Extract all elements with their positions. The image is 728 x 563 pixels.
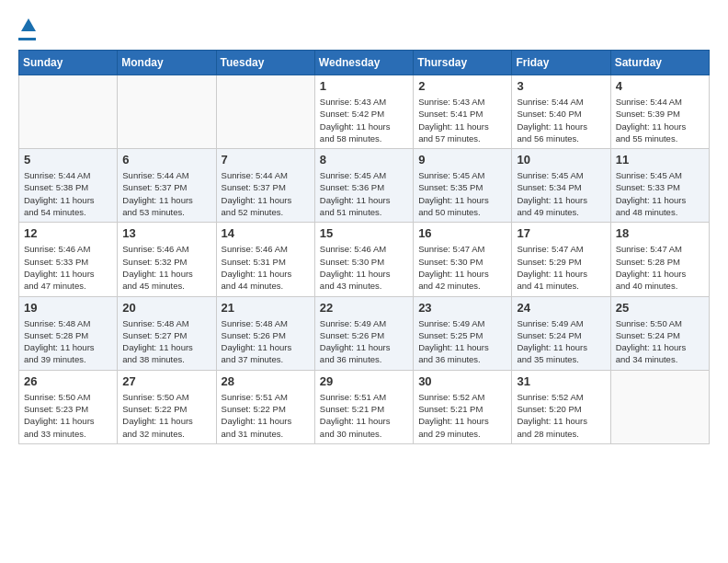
day-info: Sunrise: 5:46 AMSunset: 5:32 PMDaylight:… [122, 243, 210, 292]
day-info: Sunrise: 5:46 AMSunset: 5:30 PMDaylight:… [320, 243, 408, 292]
weekday-header-tuesday: Tuesday [216, 51, 314, 75]
calendar-table: SundayMondayTuesdayWednesdayThursdayFrid… [18, 50, 710, 444]
day-info: Sunrise: 5:45 AMSunset: 5:34 PMDaylight:… [517, 169, 605, 218]
day-number: 27 [122, 374, 210, 388]
day-info: Sunrise: 5:51 AMSunset: 5:21 PMDaylight:… [320, 391, 408, 440]
calendar-day-cell: 27Sunrise: 5:50 AMSunset: 5:22 PMDayligh… [118, 370, 216, 443]
calendar-week-row: 5Sunrise: 5:44 AMSunset: 5:38 PMDaylight… [19, 149, 710, 223]
calendar-header-row: SundayMondayTuesdayWednesdayThursdayFrid… [19, 51, 710, 75]
day-number: 2 [418, 79, 506, 93]
weekday-header-wednesday: Wednesday [314, 51, 413, 75]
calendar-day-cell: 7Sunrise: 5:44 AMSunset: 5:37 PMDaylight… [216, 149, 314, 223]
day-number: 1 [320, 79, 408, 93]
day-info: Sunrise: 5:44 AMSunset: 5:38 PMDaylight:… [24, 169, 112, 218]
day-info: Sunrise: 5:48 AMSunset: 5:27 PMDaylight:… [122, 317, 210, 366]
calendar-day-cell: 22Sunrise: 5:49 AMSunset: 5:26 PMDayligh… [314, 296, 413, 370]
calendar-day-cell: 25Sunrise: 5:50 AMSunset: 5:24 PMDayligh… [610, 296, 709, 370]
day-info: Sunrise: 5:47 AMSunset: 5:30 PMDaylight:… [418, 243, 506, 292]
day-number: 30 [418, 374, 506, 388]
day-info: Sunrise: 5:45 AMSunset: 5:35 PMDaylight:… [418, 169, 506, 218]
calendar-day-cell: 5Sunrise: 5:44 AMSunset: 5:38 PMDaylight… [19, 149, 118, 223]
day-info: Sunrise: 5:46 AMSunset: 5:31 PMDaylight:… [222, 243, 310, 292]
day-info: Sunrise: 5:50 AMSunset: 5:24 PMDaylight:… [616, 317, 704, 366]
day-info: Sunrise: 5:50 AMSunset: 5:23 PMDaylight:… [24, 391, 112, 440]
day-number: 22 [320, 301, 408, 315]
day-info: Sunrise: 5:45 AMSunset: 5:33 PMDaylight:… [616, 169, 704, 218]
day-number: 15 [320, 226, 408, 240]
calendar-day-cell: 26Sunrise: 5:50 AMSunset: 5:23 PMDayligh… [19, 370, 118, 443]
weekday-header-monday: Monday [118, 51, 216, 75]
day-number: 25 [616, 301, 704, 315]
logo-icon [21, 18, 36, 31]
calendar-day-cell: 15Sunrise: 5:46 AMSunset: 5:30 PMDayligh… [314, 223, 413, 296]
svg-marker-0 [21, 18, 36, 31]
calendar-day-cell: 16Sunrise: 5:47 AMSunset: 5:30 PMDayligh… [414, 223, 512, 296]
day-number: 7 [222, 153, 310, 167]
calendar-day-cell: 9Sunrise: 5:45 AMSunset: 5:35 PMDaylight… [414, 149, 512, 223]
day-number: 31 [517, 374, 605, 388]
weekday-header-saturday: Saturday [610, 51, 709, 75]
day-info: Sunrise: 5:43 AMSunset: 5:41 PMDaylight:… [418, 96, 506, 144]
day-number: 26 [24, 374, 112, 388]
day-number: 20 [122, 301, 210, 315]
day-number: 11 [616, 153, 704, 167]
calendar-day-cell: 19Sunrise: 5:48 AMSunset: 5:28 PMDayligh… [19, 296, 118, 370]
calendar-day-cell: 8Sunrise: 5:45 AMSunset: 5:36 PMDaylight… [314, 149, 413, 223]
weekday-header-sunday: Sunday [19, 51, 118, 75]
day-info: Sunrise: 5:46 AMSunset: 5:33 PMDaylight:… [24, 243, 112, 292]
weekday-header-thursday: Thursday [414, 51, 512, 75]
day-info: Sunrise: 5:44 AMSunset: 5:37 PMDaylight:… [222, 169, 310, 218]
calendar-day-cell: 24Sunrise: 5:49 AMSunset: 5:24 PMDayligh… [512, 296, 610, 370]
day-number: 13 [122, 226, 210, 240]
calendar-day-cell: 31Sunrise: 5:52 AMSunset: 5:20 PMDayligh… [512, 370, 610, 443]
calendar-day-cell: 29Sunrise: 5:51 AMSunset: 5:21 PMDayligh… [314, 370, 413, 443]
day-info: Sunrise: 5:52 AMSunset: 5:20 PMDaylight:… [517, 391, 605, 440]
day-number: 4 [616, 79, 704, 93]
calendar-day-cell [19, 75, 118, 149]
calendar-day-cell: 2Sunrise: 5:43 AMSunset: 5:41 PMDaylight… [414, 75, 512, 149]
day-info: Sunrise: 5:45 AMSunset: 5:36 PMDaylight:… [320, 169, 408, 218]
calendar-day-cell: 30Sunrise: 5:52 AMSunset: 5:21 PMDayligh… [414, 370, 512, 443]
calendar-day-cell: 14Sunrise: 5:46 AMSunset: 5:31 PMDayligh… [216, 223, 314, 296]
calendar-day-cell [216, 75, 314, 149]
calendar-day-cell: 20Sunrise: 5:48 AMSunset: 5:27 PMDayligh… [118, 296, 216, 370]
calendar-day-cell: 11Sunrise: 5:45 AMSunset: 5:33 PMDayligh… [610, 149, 709, 223]
calendar-day-cell: 4Sunrise: 5:44 AMSunset: 5:39 PMDaylight… [610, 75, 709, 149]
day-info: Sunrise: 5:47 AMSunset: 5:28 PMDaylight:… [616, 243, 704, 292]
day-number: 8 [320, 153, 408, 167]
day-info: Sunrise: 5:52 AMSunset: 5:21 PMDaylight:… [418, 391, 506, 440]
calendar-day-cell: 13Sunrise: 5:46 AMSunset: 5:32 PMDayligh… [118, 223, 216, 296]
day-number: 6 [122, 153, 210, 167]
day-info: Sunrise: 5:49 AMSunset: 5:25 PMDaylight:… [418, 317, 506, 366]
calendar-day-cell: 23Sunrise: 5:49 AMSunset: 5:25 PMDayligh… [414, 296, 512, 370]
calendar-day-cell: 17Sunrise: 5:47 AMSunset: 5:29 PMDayligh… [512, 223, 610, 296]
calendar-week-row: 1Sunrise: 5:43 AMSunset: 5:42 PMDaylight… [19, 75, 710, 149]
day-number: 9 [418, 153, 506, 167]
day-number: 23 [418, 301, 506, 315]
day-info: Sunrise: 5:47 AMSunset: 5:29 PMDaylight:… [517, 243, 605, 292]
day-info: Sunrise: 5:51 AMSunset: 5:22 PMDaylight:… [222, 391, 310, 440]
calendar-week-row: 26Sunrise: 5:50 AMSunset: 5:23 PMDayligh… [19, 370, 710, 443]
day-info: Sunrise: 5:44 AMSunset: 5:37 PMDaylight:… [122, 169, 210, 218]
day-info: Sunrise: 5:50 AMSunset: 5:22 PMDaylight:… [122, 391, 210, 440]
day-number: 19 [24, 301, 112, 315]
calendar-day-cell: 3Sunrise: 5:44 AMSunset: 5:40 PMDaylight… [512, 75, 610, 149]
day-number: 16 [418, 226, 506, 240]
calendar-day-cell: 18Sunrise: 5:47 AMSunset: 5:28 PMDayligh… [610, 223, 709, 296]
calendar-day-cell: 10Sunrise: 5:45 AMSunset: 5:34 PMDayligh… [512, 149, 610, 223]
calendar-day-cell: 21Sunrise: 5:48 AMSunset: 5:26 PMDayligh… [216, 296, 314, 370]
day-info: Sunrise: 5:49 AMSunset: 5:26 PMDaylight:… [320, 317, 408, 366]
logo-underline [18, 38, 36, 40]
day-number: 29 [320, 374, 408, 388]
calendar-day-cell: 28Sunrise: 5:51 AMSunset: 5:22 PMDayligh… [216, 370, 314, 443]
day-number: 18 [616, 226, 704, 240]
page-header [18, 18, 710, 40]
day-number: 14 [222, 226, 310, 240]
weekday-header-friday: Friday [512, 51, 610, 75]
day-number: 21 [222, 301, 310, 315]
calendar-week-row: 19Sunrise: 5:48 AMSunset: 5:28 PMDayligh… [19, 296, 710, 370]
day-number: 24 [517, 301, 605, 315]
day-info: Sunrise: 5:49 AMSunset: 5:24 PMDaylight:… [517, 317, 605, 366]
day-number: 3 [517, 79, 605, 93]
day-info: Sunrise: 5:44 AMSunset: 5:40 PMDaylight:… [517, 96, 605, 144]
